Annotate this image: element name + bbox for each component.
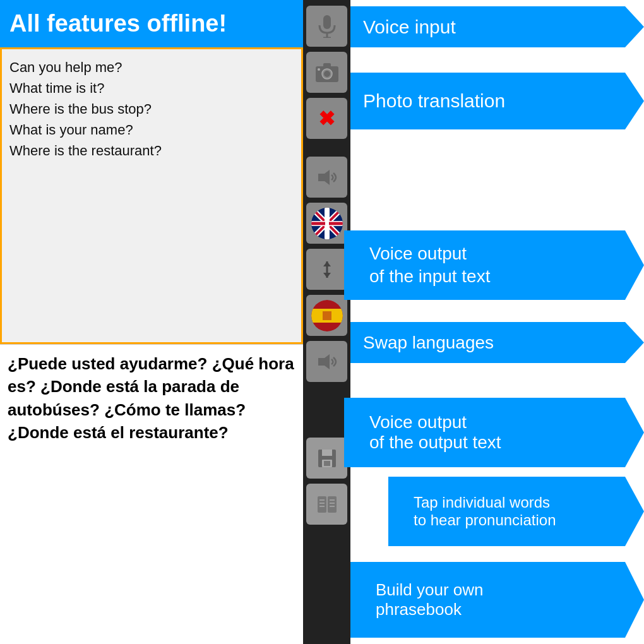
- voice-input-label: Voice input: [350, 6, 644, 47]
- svg-rect-17: [325, 208, 328, 239]
- phrasebook-button[interactable]: [306, 484, 347, 525]
- voice-output-output-label: Voice output of the output text: [344, 398, 644, 467]
- mic-button[interactable]: [306, 6, 347, 47]
- photo-translation-label: Photo translation: [350, 73, 644, 129]
- spain-flag: [311, 300, 343, 331]
- target-language-button[interactable]: [306, 295, 347, 336]
- voice-output-output-line2: of the output text: [369, 432, 625, 453]
- svg-marker-26: [318, 354, 330, 369]
- svg-rect-28: [322, 450, 332, 456]
- svg-marker-8: [318, 170, 330, 185]
- tap-words-line1: Tap individual words: [414, 494, 625, 511]
- speaker-input-button[interactable]: [306, 157, 347, 198]
- camera-icon: [316, 63, 338, 82]
- svg-rect-6: [323, 63, 331, 68]
- speaker-output-icon: [317, 353, 337, 371]
- voice-output-input-line2: of the input text: [369, 265, 625, 288]
- voice-output-input-label: Voice output of the input text: [344, 230, 644, 300]
- svg-marker-20: [323, 261, 331, 266]
- tap-words-label: Tap individual words to hear pronunciati…: [388, 477, 644, 546]
- header-title: All features offline!: [9, 10, 227, 37]
- speaker-input-icon: [317, 169, 337, 186]
- uk-flag: [311, 208, 343, 239]
- tap-words-line2: to hear pronunciation: [414, 511, 625, 529]
- svg-rect-25: [323, 311, 331, 320]
- toolbar: ✖: [303, 0, 350, 644]
- voice-output-input-line1: Voice output: [369, 242, 625, 265]
- svg-marker-21: [323, 273, 331, 278]
- svg-point-5: [324, 71, 330, 77]
- save-phrasebook-button[interactable]: [306, 438, 347, 479]
- output-text: ¿Puede usted ayudarme? ¿Qué hora es? ¿Do…: [8, 352, 295, 444]
- swap-icon: [318, 260, 337, 279]
- build-phrasebook-line1: Build your own: [376, 580, 625, 600]
- save-icon: [317, 448, 337, 468]
- clear-button[interactable]: ✖: [306, 98, 347, 139]
- svg-rect-18: [311, 222, 343, 225]
- voice-output-output-line1: Voice output: [369, 412, 625, 432]
- svg-rect-31: [318, 496, 326, 513]
- svg-rect-15: [325, 208, 330, 239]
- build-phrasebook-label: Build your own phrasebook: [350, 562, 644, 638]
- swap-languages-label: Swap languages: [350, 322, 644, 363]
- output-panel[interactable]: ¿Puede usted ayudarme? ¿Qué hora es? ¿Do…: [0, 344, 303, 644]
- camera-button[interactable]: [306, 52, 347, 93]
- build-phrasebook-line2: phrasebook: [376, 600, 625, 619]
- svg-rect-0: [323, 15, 331, 29]
- mic-icon: [317, 15, 337, 38]
- source-language-button[interactable]: [306, 203, 347, 244]
- svg-rect-30: [324, 461, 330, 466]
- book-icon: [316, 495, 338, 514]
- swap-languages-button[interactable]: [306, 249, 347, 290]
- input-text: Can you help me? What time is it? Where …: [9, 57, 294, 161]
- speaker-output-button[interactable]: [306, 341, 347, 382]
- close-icon: ✖: [318, 107, 335, 131]
- input-panel[interactable]: Can you help me? What time is it? Where …: [0, 47, 303, 344]
- svg-point-7: [318, 68, 320, 71]
- svg-rect-32: [328, 496, 337, 513]
- header-bar: All features offline!: [0, 0, 303, 47]
